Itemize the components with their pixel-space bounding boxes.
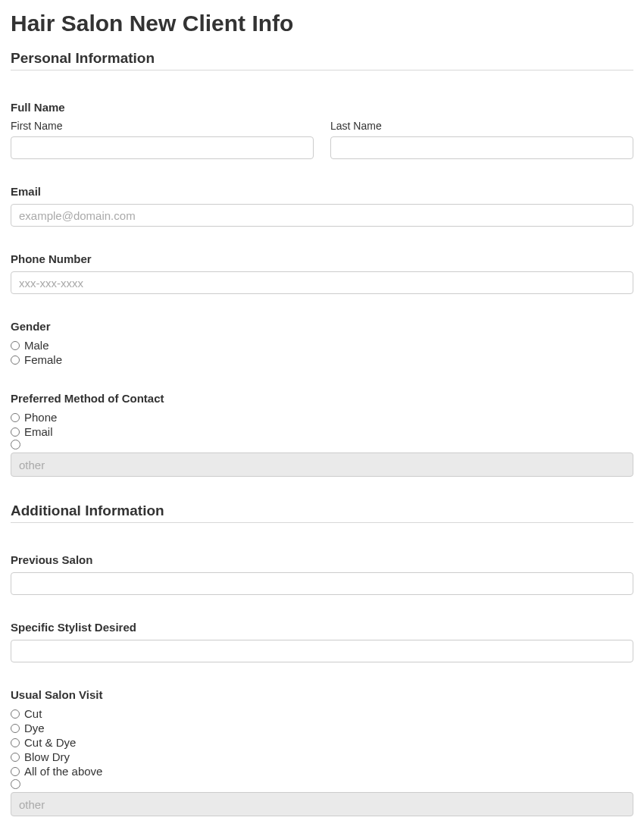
phone-label: Phone Number <box>11 252 633 265</box>
field-contact-method: Preferred Method of Contact Phone Email <box>11 392 633 477</box>
contact-radio-phone[interactable] <box>11 413 20 422</box>
visit-option-label: Blow Dry <box>24 750 70 763</box>
gender-option-label: Male <box>24 339 49 352</box>
previous-salon-label: Previous Salon <box>11 553 633 566</box>
contact-radio-other[interactable] <box>11 440 20 449</box>
contact-option-label: Email <box>24 425 53 438</box>
visit-option-label: Cut & Dye <box>24 736 76 749</box>
gender-label: Gender <box>11 320 633 333</box>
contact-other-input[interactable] <box>11 453 633 477</box>
first-name-label: First Name <box>11 120 314 132</box>
last-name-label: Last Name <box>330 120 633 132</box>
section-heading-additional: Additional Information <box>11 503 633 523</box>
usual-visit-label: Usual Salon Visit <box>11 688 633 701</box>
field-stylist: Specific Stylist Desired <box>11 621 633 662</box>
visit-radio-cut[interactable] <box>11 709 20 719</box>
full-name-label: Full Name <box>11 101 633 114</box>
email-input[interactable] <box>11 204 633 227</box>
gender-option-label: Female <box>24 353 62 366</box>
field-full-name: Full Name First Name Last Name <box>11 101 633 159</box>
visit-radio-dye[interactable] <box>11 724 20 733</box>
gender-radio-female[interactable] <box>11 355 20 365</box>
contact-radio-email[interactable] <box>11 427 20 437</box>
visit-option-label: Dye <box>24 722 45 734</box>
visit-radio-cut-dye[interactable] <box>11 738 20 747</box>
contact-method-label: Preferred Method of Contact <box>11 392 633 405</box>
field-previous-salon: Previous Salon <box>11 553 633 595</box>
visit-option-label: All of the above <box>24 765 102 778</box>
visit-other-input[interactable] <box>11 792 633 816</box>
contact-option-label: Phone <box>24 411 57 424</box>
field-email: Email <box>11 185 633 227</box>
stylist-label: Specific Stylist Desired <box>11 621 633 634</box>
visit-radio-all[interactable] <box>11 767 20 776</box>
field-usual-visit: Usual Salon Visit Cut Dye Cut & Dye Blow… <box>11 688 633 816</box>
email-label: Email <box>11 185 633 198</box>
phone-input[interactable] <box>11 271 633 294</box>
gender-radio-male[interactable] <box>11 341 20 350</box>
field-phone: Phone Number <box>11 252 633 294</box>
visit-radio-blow-dry[interactable] <box>11 753 20 762</box>
first-name-input[interactable] <box>11 136 314 159</box>
page-title: Hair Salon New Client Info <box>11 11 633 36</box>
visit-option-label: Cut <box>24 707 42 720</box>
stylist-input[interactable] <box>11 640 633 662</box>
last-name-input[interactable] <box>330 136 633 159</box>
previous-salon-input[interactable] <box>11 572 633 595</box>
section-heading-personal: Personal Information <box>11 50 633 70</box>
field-gender: Gender Male Female <box>11 320 633 366</box>
visit-radio-other[interactable] <box>11 779 20 789</box>
